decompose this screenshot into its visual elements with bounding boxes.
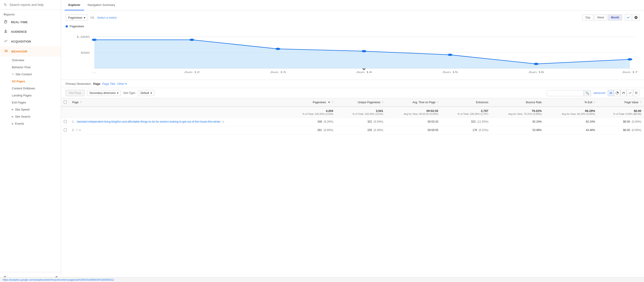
svg-text:Jun 12: Jun 12 — [184, 71, 200, 73]
row2-checkbox[interactable] — [64, 129, 67, 132]
data-view-button[interactable] — [608, 90, 614, 96]
month-button[interactable]: Month — [608, 14, 622, 20]
secondary-dimension-dropdown[interactable]: Secondary dimension ▾ — [87, 90, 121, 96]
sidebar-expandable-site-search[interactable]: ▶ Site Search — [0, 113, 61, 120]
total-pageviews: 4,204 — [326, 109, 334, 113]
sidebar-item-realtime[interactable]: ⏱ REAL-TIME — [0, 17, 61, 27]
svg-point-10 — [448, 54, 452, 56]
help-icon[interactable]: ? — [382, 101, 383, 104]
sidebar-expandable-site-content[interactable]: ▼ Site Content — [0, 71, 61, 78]
th-entrances: Entrances — [441, 98, 491, 107]
chevron-right-icon: ▶ — [12, 115, 14, 118]
row2-bounce-rate-cell: 53.98% — [491, 126, 544, 135]
th-bounce-rate: Bounce Rate — [491, 98, 544, 107]
other-dropdown[interactable]: Other ▾ — [117, 82, 127, 86]
pie-view-button[interactable] — [614, 90, 620, 96]
row1-pageviews-cell: 348 (8.28%) — [286, 118, 336, 126]
help-icon[interactable]: ? — [640, 101, 641, 104]
sort-default-label: Default — [140, 91, 149, 95]
svg-text:...: ... — [92, 71, 96, 73]
metric-dropdown[interactable]: Pageviews ▾ — [66, 14, 88, 21]
realtime-icon: ⏱ — [4, 20, 8, 24]
help-icon[interactable]: ? — [437, 101, 438, 104]
sidebar-item-behavior[interactable]: BEHAVIOR — [0, 46, 61, 57]
select-all-checkbox[interactable] — [64, 101, 67, 104]
svg-text:1,000: 1,000 — [76, 35, 90, 38]
row1-avg-time-cell: 00:02:42 — [386, 118, 441, 126]
row2-num: 2. — [72, 129, 74, 132]
svg-point-11 — [534, 63, 538, 65]
chart-section: Pageviews ▾ VS. Select a metric Day Week… — [61, 10, 644, 80]
sidebar-sub-item-content-drilldown[interactable]: Content Drilldown — [0, 85, 61, 92]
sort-type-label: Sort Type: — [123, 91, 136, 95]
sidebar-search-bar[interactable] — [0, 0, 61, 10]
total-entrances-cell: 2,787 % of Total: 100.00% (2,787) — [441, 107, 491, 118]
chart-wrapper: 1,000 500 ... Jun 12 Jun 13 Jun 14 — [66, 30, 640, 76]
week-button[interactable]: Week — [594, 14, 607, 20]
sidebar-sub-item-exit-pages[interactable]: Exit Pages — [0, 99, 61, 106]
help-icon[interactable]: ? — [332, 101, 333, 104]
chevron-down-icon: ▼ — [12, 73, 14, 76]
chart-legend: Pageviews — [66, 24, 640, 28]
pie-chart-button[interactable] — [632, 14, 640, 21]
tab-navigation-summary[interactable]: Navigation Summary — [84, 0, 119, 10]
total-avg-time-cell: 00:02:02 Avg for View: 00:02:02 (0.00%) — [386, 107, 441, 118]
th-pageviews[interactable]: Pageviews ▼ ? — [286, 98, 336, 107]
row1-entrances-cell: 322 (11.55%) — [441, 118, 491, 126]
sidebar: Reports ⏱ REAL-TIME AUDIENCE ACQUISITION… — [0, 0, 61, 282]
behavior-icon — [4, 49, 8, 54]
table-search-input[interactable] — [547, 90, 584, 96]
row2-entrances-pct: (6.32%) — [479, 129, 488, 132]
search-input[interactable] — [10, 3, 57, 6]
primary-dim-page[interactable]: Page — [93, 82, 100, 86]
line-chart-button[interactable] — [625, 14, 632, 21]
copy-icon[interactable]: ⧉ — [79, 129, 81, 132]
chevron-right-icon: ▶ — [12, 108, 14, 111]
comparison-view-button[interactable] — [627, 90, 633, 96]
sidebar-sub-item-overview[interactable]: Overview — [0, 57, 61, 64]
tab-explorer[interactable]: Explorer — [65, 0, 84, 10]
total-unique-pv-cell: 3,541 % of Total: 100.00% (3,541) — [336, 107, 386, 118]
copy-icon[interactable]: ⧉ — [222, 120, 224, 123]
sidebar-item-acquisition[interactable]: ACQUISITION — [0, 37, 61, 46]
sidebar-expandable-events[interactable]: ▶ Events — [0, 120, 61, 127]
day-button[interactable]: Day — [582, 14, 593, 20]
table-search-button[interactable]: 🔍 — [584, 90, 591, 96]
sidebar-expandable-site-speed[interactable]: ▶ Site Speed — [0, 106, 61, 113]
sidebar-sub-item-all-pages[interactable]: All Pages — [0, 78, 61, 85]
row2-pv-pct: (0.00%) — [632, 129, 641, 132]
row2-entrances: 176 — [472, 129, 477, 132]
row2-page-link[interactable]: / — [76, 129, 77, 132]
th-page[interactable]: Page ? — [70, 98, 286, 107]
performance-view-button[interactable] — [620, 90, 627, 96]
row1-page-link[interactable]: /assisted-independent-living-blog/fun-an… — [76, 120, 220, 123]
th-unique-pv-label: Unique Pageviews — [358, 101, 380, 104]
sort-arrow-icon: ▼ — [328, 101, 330, 104]
sidebar-item-label: AUDIENCE — [11, 30, 27, 33]
total-pct-exit: 66.29% — [585, 109, 595, 113]
plot-rows-button[interactable]: Plot Rows — [66, 90, 85, 96]
row1-unique-pv: 322 — [367, 120, 372, 123]
advanced-link[interactable]: advanced — [594, 91, 605, 95]
help-icon[interactable]: ? — [594, 101, 595, 104]
th-pct-exit: % Exit ? — [544, 98, 598, 107]
th-checkbox — [61, 98, 70, 107]
row2-unique-pv-cell: 226 (6.38%) — [336, 126, 386, 135]
select-metric-link[interactable]: Select a metric — [97, 16, 117, 19]
sort-dropdown[interactable]: Default ▾ — [138, 90, 154, 96]
row1-checkbox[interactable] — [64, 120, 67, 123]
svg-text:▼: ▼ — [361, 67, 367, 71]
sidebar-item-audience[interactable]: AUDIENCE — [0, 27, 61, 37]
sidebar-item-label: ACQUISITION — [11, 40, 31, 43]
table-row: 2. / ⧉ 281 (6.68%) 226 (6.38%) 00:00:55 … — [61, 126, 644, 135]
sidebar-sub-item-landing-pages[interactable]: Landing Pages — [0, 92, 61, 99]
sidebar-sub-item-behavior-flow[interactable]: Behavior Flow — [0, 64, 61, 71]
pivot-view-button[interactable] — [633, 90, 640, 96]
total-bounce-rate-cell: 79.22% Avg for View: 79.22% (0.00%) — [491, 107, 544, 118]
sidebar-item-label: BEHAVIOR — [12, 50, 27, 53]
total-pageviews-sub: % of Total: 100.00% (4,204) — [289, 113, 334, 115]
help-icon[interactable]: ? — [80, 101, 81, 104]
primary-dim-page-title[interactable]: Page Title — [102, 82, 116, 86]
secondary-dim-label: Secondary dimension — [90, 91, 116, 95]
total-bounce-sub: Avg for View: 79.22% (0.00%) — [494, 113, 542, 115]
